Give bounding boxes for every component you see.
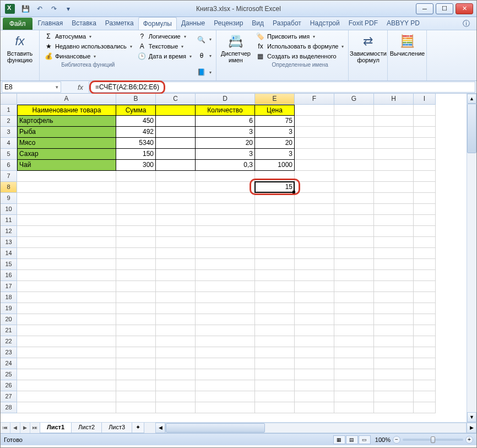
- cell-D4[interactable]: 20: [196, 138, 255, 149]
- scroll-down-button[interactable]: ▼: [467, 412, 476, 422]
- new-sheet-button[interactable]: ✦: [132, 423, 144, 433]
- cell-B8[interactable]: [116, 182, 156, 193]
- cell-H10[interactable]: [374, 204, 414, 215]
- cell-A10[interactable]: [17, 204, 116, 215]
- qat-customize[interactable]: ▾: [62, 3, 74, 15]
- cell-F19[interactable]: [295, 303, 334, 314]
- col-header-I[interactable]: I: [414, 94, 436, 105]
- cell-I16[interactable]: [414, 270, 436, 281]
- cell-H18[interactable]: [374, 292, 414, 303]
- cell-E9[interactable]: [255, 193, 295, 204]
- cell-B20[interactable]: [116, 314, 156, 325]
- cell-F21[interactable]: [295, 325, 334, 336]
- page-break-view-button[interactable]: ▭: [359, 435, 371, 444]
- cell-F4[interactable]: [295, 138, 334, 149]
- row-header-26[interactable]: 26: [1, 380, 17, 391]
- cell-B25[interactable]: [116, 369, 156, 380]
- cell-I25[interactable]: [414, 369, 436, 380]
- zoom-slider[interactable]: [403, 439, 463, 441]
- cell-D2[interactable]: 6: [196, 116, 255, 127]
- cell-B1[interactable]: Сумма: [116, 105, 156, 116]
- cell-F28[interactable]: [295, 402, 334, 413]
- cell-G20[interactable]: [334, 314, 374, 325]
- cell-A13[interactable]: [17, 237, 116, 248]
- cell-F18[interactable]: [295, 292, 334, 303]
- cell-E3[interactable]: 3: [255, 127, 295, 138]
- cell-G17[interactable]: [334, 281, 374, 292]
- row-header-28[interactable]: 28: [1, 402, 17, 413]
- cell-G27[interactable]: [334, 391, 374, 402]
- cell-A5[interactable]: Сахар: [17, 149, 116, 160]
- cell-H25[interactable]: [374, 369, 414, 380]
- cell-H12[interactable]: [374, 226, 414, 237]
- cell-G14[interactable]: [334, 248, 374, 259]
- cell-G10[interactable]: [334, 204, 374, 215]
- cell-F6[interactable]: [295, 160, 334, 171]
- scroll-thumb-vertical[interactable]: [467, 104, 476, 153]
- cell-I26[interactable]: [414, 380, 436, 391]
- cell-D8[interactable]: [196, 182, 255, 193]
- cell-G12[interactable]: [334, 226, 374, 237]
- cell-I28[interactable]: [414, 402, 436, 413]
- ribbon-tab-9[interactable]: Foxit PDF: [344, 17, 382, 30]
- cell-F9[interactable]: [295, 193, 334, 204]
- cell-E8[interactable]: 15: [255, 182, 295, 193]
- cell-C6[interactable]: [156, 160, 196, 171]
- cell-D25[interactable]: [196, 369, 255, 380]
- vertical-scrollbar[interactable]: ▲ ▼: [467, 94, 476, 422]
- cell-H24[interactable]: [374, 358, 414, 369]
- cell-B27[interactable]: [116, 391, 156, 402]
- cell-D10[interactable]: [196, 204, 255, 215]
- zoom-slider-thumb[interactable]: [431, 436, 435, 443]
- cell-A23[interactable]: [17, 347, 116, 358]
- sheet-nav-last[interactable]: ⏭: [30, 423, 40, 433]
- qat-redo[interactable]: ↷: [48, 3, 60, 15]
- cell-G26[interactable]: [334, 380, 374, 391]
- cell-E2[interactable]: 75: [255, 116, 295, 127]
- cell-G16[interactable]: [334, 270, 374, 281]
- cell-H27[interactable]: [374, 391, 414, 402]
- col-header-E[interactable]: E: [255, 94, 295, 105]
- cell-B11[interactable]: [116, 215, 156, 226]
- cell-B13[interactable]: [116, 237, 156, 248]
- cell-C24[interactable]: [156, 358, 196, 369]
- cell-D21[interactable]: [196, 325, 255, 336]
- cell-H17[interactable]: [374, 281, 414, 292]
- row-header-4[interactable]: 4: [1, 138, 17, 149]
- cell-B16[interactable]: [116, 270, 156, 281]
- cell-A27[interactable]: [17, 391, 116, 402]
- cell-B5[interactable]: 150: [116, 149, 156, 160]
- ribbon-tab-10[interactable]: ABBYY PD: [382, 17, 424, 30]
- cells-area[interactable]: Наименование товараСуммаКоличествоЦенаКа…: [17, 105, 467, 422]
- cell-I9[interactable]: [414, 193, 436, 204]
- cell-D12[interactable]: [196, 226, 255, 237]
- insert-function-button[interactable]: fx Вставить функцию: [4, 31, 36, 64]
- cell-C10[interactable]: [156, 204, 196, 215]
- cell-B3[interactable]: 492: [116, 127, 156, 138]
- cell-A20[interactable]: [17, 314, 116, 325]
- scroll-track-horizontal[interactable]: [165, 423, 467, 433]
- cell-E22[interactable]: [255, 336, 295, 347]
- col-header-C[interactable]: C: [156, 94, 196, 105]
- math-button[interactable]: θ▾: [196, 51, 213, 61]
- sheet-tab-0[interactable]: Лист1: [40, 423, 72, 433]
- cell-H20[interactable]: [374, 314, 414, 325]
- cell-E11[interactable]: [255, 215, 295, 226]
- cell-A22[interactable]: [17, 336, 116, 347]
- cell-C20[interactable]: [156, 314, 196, 325]
- cell-D9[interactable]: [196, 193, 255, 204]
- sheet-tab-2[interactable]: Лист3: [101, 423, 132, 433]
- cell-E28[interactable]: [255, 402, 295, 413]
- cell-D28[interactable]: [196, 402, 255, 413]
- cell-D6[interactable]: 0,3: [196, 160, 255, 171]
- row-header-6[interactable]: 6: [1, 160, 17, 171]
- cell-E7[interactable]: [255, 171, 295, 182]
- cell-H9[interactable]: [374, 193, 414, 204]
- cell-B4[interactable]: 5340: [116, 138, 156, 149]
- cell-D16[interactable]: [196, 270, 255, 281]
- cell-I22[interactable]: [414, 336, 436, 347]
- ribbon-tab-5[interactable]: Рецензир: [209, 17, 247, 30]
- cell-F15[interactable]: [295, 259, 334, 270]
- cell-H19[interactable]: [374, 303, 414, 314]
- cell-F10[interactable]: [295, 204, 334, 215]
